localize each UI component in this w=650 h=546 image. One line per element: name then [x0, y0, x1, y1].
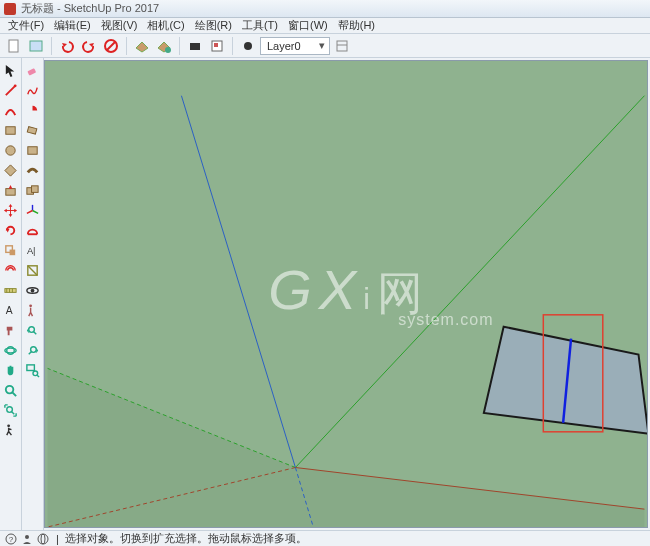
- scale-tool[interactable]: [2, 241, 20, 259]
- workarea: A A| G X i 网 system.com: [0, 58, 650, 530]
- svg-line-44: [28, 265, 37, 274]
- eraser-tool[interactable]: [24, 61, 42, 79]
- menu-tools[interactable]: 工具(T): [238, 18, 282, 33]
- offset-tool[interactable]: [2, 261, 20, 279]
- new-file-button[interactable]: [4, 36, 24, 56]
- svg-point-32: [7, 424, 10, 427]
- outer-shell-tool[interactable]: [24, 181, 42, 199]
- zoom-window-tool[interactable]: [24, 361, 42, 379]
- svg-point-4: [165, 47, 171, 53]
- dimension-tool[interactable]: A|: [24, 241, 42, 259]
- protractor-tool[interactable]: [24, 221, 42, 239]
- separator: [51, 37, 52, 55]
- svg-line-51: [29, 351, 32, 354]
- svg-point-53: [33, 370, 38, 375]
- svg-line-29: [12, 392, 16, 396]
- cancel-button[interactable]: [101, 36, 121, 56]
- rotated-rect-tool[interactable]: [24, 121, 42, 139]
- freehand-tool[interactable]: [24, 81, 42, 99]
- menubar: 文件(F) 编辑(E) 视图(V) 相机(C) 绘图(R) 工具(T) 窗口(W…: [0, 18, 650, 34]
- tape-tool[interactable]: [2, 281, 20, 299]
- tool-column-1: A: [0, 58, 22, 530]
- svg-line-54: [37, 375, 39, 377]
- text-tool[interactable]: A: [2, 301, 20, 319]
- orbit-tool[interactable]: [2, 341, 20, 359]
- toolbar-top: Layer0 ▾: [0, 34, 650, 58]
- section-tool[interactable]: [24, 261, 42, 279]
- svg-point-28: [6, 385, 14, 393]
- zoom-tool[interactable]: [2, 381, 20, 399]
- viewport[interactable]: G X i 网 system.com: [44, 60, 648, 528]
- line-tool[interactable]: [2, 81, 20, 99]
- layout-button[interactable]: [207, 36, 227, 56]
- svg-point-46: [31, 288, 35, 292]
- move-tool[interactable]: [2, 201, 20, 219]
- svg-point-59: [25, 535, 29, 539]
- svg-rect-13: [6, 126, 15, 134]
- titlebar: 无标题 - SketchUp Pro 2017: [0, 0, 650, 18]
- layer-manager-button[interactable]: [332, 36, 352, 56]
- circle-tool[interactable]: [2, 141, 20, 159]
- svg-rect-7: [214, 43, 218, 47]
- menu-draw[interactable]: 绘图(R): [191, 18, 236, 33]
- svg-text:A: A: [6, 305, 13, 316]
- select-tool[interactable]: [2, 61, 20, 79]
- undo-button[interactable]: [57, 36, 77, 56]
- scene-canvas[interactable]: [45, 61, 647, 527]
- layer-visible-button[interactable]: [238, 36, 258, 56]
- rectangle-tool[interactable]: [2, 121, 20, 139]
- model-info-button[interactable]: [132, 36, 152, 56]
- pushpull-tool[interactable]: [2, 181, 20, 199]
- menu-view[interactable]: 视图(V): [97, 18, 142, 33]
- menu-camera[interactable]: 相机(C): [143, 18, 188, 33]
- menu-edit[interactable]: 编辑(E): [50, 18, 95, 33]
- svg-line-3: [107, 42, 115, 50]
- help-icon[interactable]: ?: [4, 532, 18, 546]
- pan-tool[interactable]: [2, 361, 20, 379]
- layer-dropdown[interactable]: Layer0 ▾: [260, 37, 330, 55]
- user-icon[interactable]: [20, 532, 34, 546]
- svg-rect-35: [28, 146, 37, 154]
- rotate-tool[interactable]: [2, 221, 20, 239]
- menu-file[interactable]: 文件(F): [4, 18, 48, 33]
- extension-button[interactable]: [185, 36, 205, 56]
- svg-text:?: ?: [9, 535, 14, 544]
- svg-point-61: [41, 534, 45, 544]
- position-camera-tool[interactable]: [24, 301, 42, 319]
- pie-tool[interactable]: [24, 101, 42, 119]
- component-button[interactable]: [26, 36, 46, 56]
- app-icon: [4, 3, 16, 15]
- tool-column-2: A|: [22, 58, 44, 530]
- menu-help[interactable]: 帮助(H): [334, 18, 379, 33]
- svg-point-12: [14, 84, 17, 87]
- separator: [179, 37, 180, 55]
- previous-view-tool[interactable]: [24, 321, 42, 339]
- window-title: 无标题 - SketchUp Pro 2017: [21, 1, 159, 16]
- statusbar: ? | 选择对象。切换到扩充选择。拖动鼠标选择多项。: [0, 530, 650, 546]
- chevron-down-icon: ▾: [319, 39, 325, 52]
- arc-tool[interactable]: [2, 101, 20, 119]
- menu-window[interactable]: 窗口(W): [284, 18, 332, 33]
- paint-tool[interactable]: [2, 321, 20, 339]
- svg-rect-5: [190, 43, 200, 50]
- walk-tool[interactable]: [2, 421, 20, 439]
- geo-icon[interactable]: [36, 532, 50, 546]
- next-view-tool[interactable]: [24, 341, 42, 359]
- 3dtext-tool[interactable]: [24, 141, 42, 159]
- svg-rect-37: [32, 185, 39, 192]
- status-divider: |: [56, 533, 59, 545]
- svg-point-47: [29, 304, 32, 307]
- 3dwarehouse-button[interactable]: [154, 36, 174, 56]
- svg-rect-9: [337, 41, 347, 51]
- svg-rect-1: [30, 41, 42, 51]
- svg-marker-15: [5, 164, 16, 175]
- zoom-extents-tool[interactable]: [2, 401, 20, 419]
- followme-tool[interactable]: [24, 161, 42, 179]
- axes-tool[interactable]: [24, 201, 42, 219]
- lookaround-tool[interactable]: [24, 281, 42, 299]
- separator: [232, 37, 233, 55]
- svg-rect-34: [27, 126, 37, 134]
- polygon-tool[interactable]: [2, 161, 20, 179]
- redo-button[interactable]: [79, 36, 99, 56]
- svg-line-39: [33, 210, 39, 213]
